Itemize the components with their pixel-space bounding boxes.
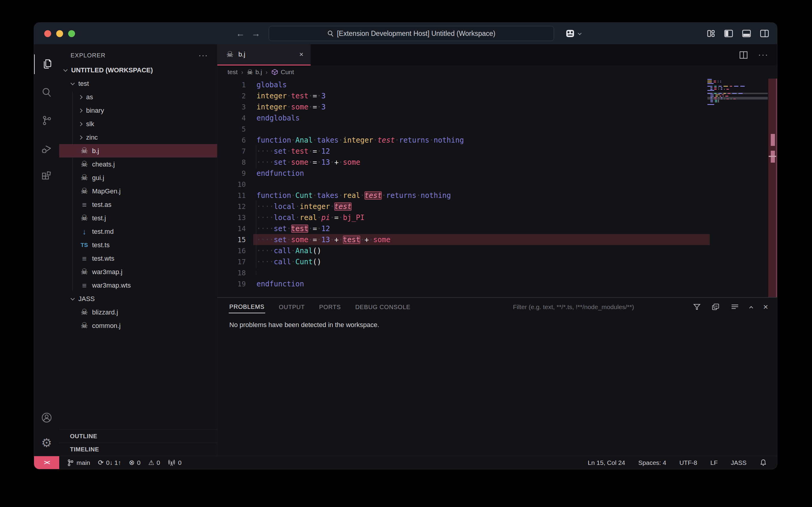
account-button[interactable] [34, 406, 59, 430]
tree-file-war3map.j[interactable]: ☠war3map.j [59, 265, 217, 279]
maximize-panel-icon[interactable] [749, 306, 753, 310]
editor-more-actions[interactable]: ··· [758, 50, 769, 59]
filter-icon[interactable] [693, 303, 701, 311]
status-branch[interactable]: main [67, 459, 90, 467]
code-line-5[interactable]: 5 [217, 123, 777, 134]
code-line-3[interactable]: 3integer·some·=·3 [217, 101, 777, 112]
explorer-more-actions[interactable]: ··· [198, 51, 208, 60]
tree-file-test.as[interactable]: ≡test.as [59, 198, 217, 211]
editor-scrollbar[interactable] [768, 78, 777, 297]
collapse-all-icon[interactable] [711, 303, 720, 311]
activity-extensions[interactable] [34, 163, 59, 191]
status-jass[interactable]: JASS [731, 459, 747, 466]
code-line-11[interactable]: 11function·Cunt·takes·real·test·returns·… [217, 190, 777, 201]
status-ln-15-col-24[interactable]: Ln 15, Col 24 [588, 459, 625, 466]
code-line-15[interactable]: 15····set·some·=·13·+·test·+·some [217, 234, 777, 245]
code-line-18[interactable]: 18 [217, 267, 777, 278]
breadcrumb-item-test[interactable]: test [228, 68, 238, 76]
tree-file-war3map.wts[interactable]: ≡war3map.wts [59, 279, 217, 292]
sidebar-section-timeline[interactable]: TIMELINE [59, 443, 217, 456]
sidebar-section-outline[interactable]: OUTLINE [59, 430, 217, 443]
navigate-back-button[interactable]: ← [236, 29, 245, 39]
status-label: 0 [157, 459, 160, 466]
gear-icon: ⚙ [41, 436, 52, 450]
toggle-secondary-sidebar-icon[interactable] [760, 29, 769, 38]
code-line-9[interactable]: 9endfunction [217, 168, 777, 179]
line-number: 7 [217, 148, 246, 155]
status-utf-8[interactable]: UTF-8 [679, 459, 697, 466]
close-tab-icon[interactable]: × [299, 50, 303, 59]
tree-file-test.wts[interactable]: ≡test.wts [59, 252, 217, 265]
code-line-17[interactable]: 17····call·Cunt() [217, 256, 777, 267]
minimap[interactable] [707, 78, 768, 297]
code-line-19[interactable]: 19endfunction [217, 278, 777, 289]
close-panel-icon[interactable]: × [763, 303, 768, 311]
activity-run-debug[interactable] [34, 134, 59, 163]
tree-file-test.md[interactable]: ↓test.md [59, 225, 217, 238]
breadcrumb-item-b.j[interactable]: ☠b.j [247, 68, 262, 76]
tree-file-blizzard.j[interactable]: ☠blizzard.j [59, 305, 217, 319]
activity-search[interactable] [34, 78, 59, 106]
code-line-10[interactable]: 10 [217, 179, 777, 190]
remote-indicator[interactable]: >< [34, 456, 59, 469]
tree-folder-as[interactable]: as [59, 90, 217, 104]
code-line-16[interactable]: 16····call·Anal() [217, 245, 777, 256]
code-line-8[interactable]: 8····set·some·=·13·+·some [217, 157, 777, 168]
status-warning[interactable]: ⚠0 [148, 459, 160, 467]
tree-file-cheats.j[interactable]: ☠cheats.j [59, 158, 217, 171]
panel-tab-ports[interactable]: PORTS [319, 301, 342, 313]
tree-folder-zinc[interactable]: zinc [59, 131, 217, 144]
tab-bj[interactable]: ☠ b.j × [217, 44, 311, 65]
tree-folder-untitled-workspace-[interactable]: UNTITLED (WORKSPACE) [59, 63, 217, 77]
sidebar-title: EXPLORER [70, 52, 106, 59]
tree-file-test.j[interactable]: ☠test.j [59, 211, 217, 225]
code-line-2[interactable]: 2integer·test·=·3 [217, 90, 777, 101]
line-number: 12 [217, 203, 246, 211]
view-as-table-icon[interactable] [731, 303, 739, 311]
tree-file-common.j[interactable]: ☠common.j [59, 319, 217, 332]
code-line-1[interactable]: 1globals [217, 79, 777, 90]
tree-file-gui.j[interactable]: ☠gui.j [59, 171, 217, 184]
status-error[interactable]: ⊗0 [129, 459, 140, 467]
split-editor-icon[interactable] [739, 51, 748, 59]
tree-file-test.ts[interactable]: TStest.ts [59, 238, 217, 252]
maximize-window-button[interactable] [68, 30, 75, 37]
customize-layout-icon[interactable] [706, 29, 715, 38]
code-line-4[interactable]: 4endglobals [217, 112, 777, 123]
panel-tab-problems[interactable]: PROBLEMS [229, 301, 265, 313]
status-lf[interactable]: LF [710, 459, 718, 466]
code-editor[interactable]: 1globals2integer·test·=·33integer·some·=… [217, 78, 777, 297]
code-line-14[interactable]: 14····set·test·=·12 [217, 223, 777, 234]
panel-tab-output[interactable]: OUTPUT [278, 301, 305, 313]
tree-folder-test[interactable]: test [59, 77, 217, 90]
tree-file-b.j[interactable]: ☠b.j [59, 144, 217, 158]
code-line-12[interactable]: 12····local·integer·test [217, 201, 777, 212]
toggle-primary-sidebar-icon[interactable] [724, 29, 733, 38]
minimize-window-button[interactable] [56, 30, 63, 37]
tree-folder-slk[interactable]: slk [59, 117, 217, 131]
problems-filter-input[interactable] [512, 303, 668, 311]
skull-file-icon: ☠ [79, 174, 90, 182]
activity-explorer[interactable] [34, 50, 59, 78]
navigate-forward-button[interactable]: → [251, 29, 260, 39]
status-spaces-4[interactable]: Spaces: 4 [638, 459, 666, 466]
activity-source-control[interactable] [34, 106, 59, 134]
notifications-bell[interactable] [760, 459, 767, 467]
tree-folder-jass[interactable]: JASS [59, 292, 217, 305]
code-line-13[interactable]: 13····local·real·pi·=·bj_PI [217, 212, 777, 223]
breadcrumb-item-cunt[interactable]: Cunt [271, 68, 294, 76]
toggle-panel-icon[interactable] [742, 29, 751, 38]
copilot-menu[interactable] [565, 29, 581, 38]
status-sync[interactable]: ⟳0↓ 1↑ [98, 459, 121, 467]
chevron-down-icon [63, 67, 68, 71]
command-center-search[interactable]: [Extension Development Host] Untitled (W… [269, 26, 554, 41]
code-line-6[interactable]: 6function·Anal·takes·integer·test·return… [217, 134, 777, 146]
status-tower[interactable]: 0 [168, 459, 181, 467]
tree-folder-binary[interactable]: binary [59, 104, 217, 117]
panel-tab-debug-console[interactable]: DEBUG CONSOLE [355, 301, 411, 313]
settings-button[interactable]: ⚙ [34, 430, 59, 456]
code-line-7[interactable]: 7····set·test·=·12 [217, 146, 777, 157]
tree-file-mapgen.j[interactable]: ☠MapGen.j [59, 184, 217, 198]
close-window-button[interactable] [44, 30, 51, 37]
status-label: UTF-8 [679, 459, 697, 466]
